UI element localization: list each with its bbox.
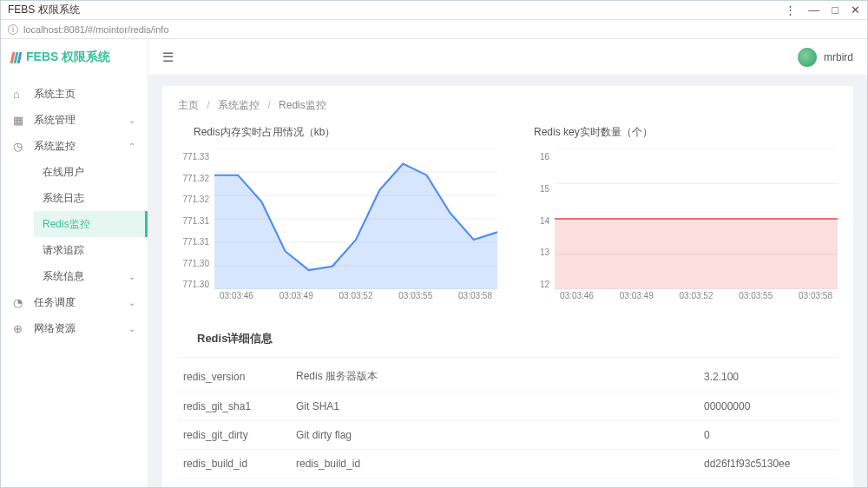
url-text: localhost:8081/#/mointor/redis/info — [23, 24, 169, 35]
submenu-redis-monitor[interactable]: Redis监控 — [34, 211, 148, 237]
table-row: redis_build_id redis_build_id dd26f1f93c… — [178, 450, 838, 478]
detail-value: dd26f1f93c5130ee — [699, 450, 838, 478]
menu-system[interactable]: ▦ 系统管理 ⌄ — [1, 107, 148, 133]
app-shell: FEBS 权限系统 ⌂ 系统主页 ▦ 系统管理 ⌄ ◷ 系统监控 ⌃ — [1, 39, 867, 487]
topbar: ☰ mrbird — [148, 39, 867, 76]
submenu-system-log[interactable]: 系统日志 — [34, 185, 148, 211]
main-area: ☰ mrbird 主页 / 系统监控 / Redis监控 — [148, 39, 867, 487]
window-minimize-icon[interactable]: — — [808, 3, 819, 16]
chart-memory: Redis内存实时占用情况（kb） 771.33771.32771.32771.… — [178, 125, 497, 305]
clock-icon: ◔ — [13, 296, 27, 309]
menu-monitor[interactable]: ◷ 系统监控 ⌃ — [1, 133, 148, 159]
chevron-up-icon: ⌃ — [128, 142, 135, 151]
detail-desc: Git SHA1 — [291, 392, 699, 421]
submenu-system-info[interactable]: 系统信息⌄ — [34, 263, 148, 289]
sidebar: FEBS 权限系统 ⌂ 系统主页 ▦ 系统管理 ⌄ ◷ 系统监控 ⌃ — [1, 39, 148, 487]
menu-network[interactable]: ⊕ 网络资源 ⌄ — [1, 315, 148, 341]
chart-memory-xaxis: 03:03:4603:03:4903:03:5203:03:5503:03:58 — [214, 289, 497, 305]
user-menu[interactable]: mrbird — [798, 48, 853, 67]
logo-mark-icon — [11, 52, 21, 63]
crumb-home[interactable]: 主页 — [178, 99, 199, 111]
chevron-down-icon: ⌄ — [128, 298, 135, 307]
window-title: FEBS 权限系统 — [8, 3, 785, 17]
chart-keys-yaxis: 1615141312 — [518, 148, 555, 305]
submenu-online-users[interactable]: 在线用户 — [34, 159, 148, 185]
detail-value: 0 — [699, 421, 838, 450]
sidebar-toggle-icon[interactable]: ☰ — [162, 49, 174, 65]
detail-key: redis_git_dirty — [178, 421, 291, 450]
menu-dots-icon[interactable]: ⋮ — [785, 3, 796, 16]
username: mrbird — [824, 51, 853, 63]
brand-logo[interactable]: FEBS 权限系统 — [1, 39, 148, 76]
menu-home[interactable]: ⌂ 系统主页 — [1, 81, 148, 107]
submenu-request-trace[interactable]: 请求追踪 — [34, 237, 148, 263]
detail-value: 3.2.100 — [699, 361, 838, 392]
chart-memory-plot: 03:03:4603:03:4903:03:5203:03:5503:03:58 — [214, 148, 497, 305]
detail-key: redis_build_id — [178, 450, 291, 478]
detail-desc: 运行模式，单机（standalone）或者集群（cluster） — [291, 478, 699, 488]
chevron-down-icon: ⌄ — [128, 324, 135, 333]
table-row: redis_git_dirty Git dirty flag 0 — [178, 421, 838, 450]
chart-keys-title: Redis key实时数量（个） — [518, 125, 838, 140]
content-card: 主页 / 系统监控 / Redis监控 Redis内存实时占用情况（kb） 77… — [162, 86, 853, 487]
crumb-redis: Redis监控 — [279, 99, 326, 111]
address-bar[interactable]: i localhost:8081/#/mointor/redis/info — [1, 20, 867, 39]
table-row: redis_version Redis 服务器版本 3.2.100 — [178, 361, 838, 392]
detail-value: 00000000 — [699, 392, 838, 421]
detail-key: redis_git_sha1 — [178, 392, 291, 421]
browser-window: FEBS 权限系统 ⋮ — □ ✕ i localhost:8081/#/moi… — [0, 0, 868, 488]
detail-desc: Redis 服务器版本 — [291, 361, 699, 392]
table-row: redis_git_sha1 Git SHA1 00000000 — [178, 392, 838, 421]
info-icon: i — [8, 24, 18, 35]
charts-row: Redis内存实时占用情况（kb） 771.33771.32771.32771.… — [178, 125, 838, 305]
breadcrumb: 主页 / 系统监控 / Redis监控 — [178, 98, 838, 113]
menu-task[interactable]: ◔ 任务调度 ⌄ — [1, 289, 148, 315]
brand-text: FEBS 权限系统 — [26, 49, 110, 65]
detail-desc: redis_build_id — [291, 450, 699, 478]
table-row: redis_mode 运行模式，单机（standalone）或者集群（clust… — [178, 478, 838, 488]
globe-icon: ⊕ — [13, 322, 27, 335]
nav-menu: ⌂ 系统主页 ▦ 系统管理 ⌄ ◷ 系统监控 ⌃ 在线用户 系统日志 Redis… — [1, 76, 148, 487]
chart-keys-plot: 03:03:4603:03:4903:03:5203:03:5503:03:58 — [555, 148, 838, 305]
grid-icon: ▦ — [13, 114, 27, 127]
detail-key: redis_mode — [178, 478, 291, 488]
chart-memory-yaxis: 771.33771.32771.32771.31771.31771.30771.… — [178, 148, 214, 305]
content-scroll[interactable]: 主页 / 系统监控 / Redis监控 Redis内存实时占用情况（kb） 77… — [148, 76, 867, 487]
detail-value: standalone — [699, 478, 838, 488]
window-close-icon[interactable]: ✕ — [851, 3, 860, 16]
detail-desc: Git dirty flag — [291, 421, 699, 450]
dashboard-icon: ◷ — [13, 140, 27, 153]
chart-memory-title: Redis内存实时占用情况（kb） — [178, 125, 497, 140]
details-heading: Redis详细信息 — [178, 322, 838, 358]
detail-key: redis_version — [178, 361, 291, 392]
window-maximize-icon[interactable]: □ — [832, 3, 838, 16]
details-table: redis_version Redis 服务器版本 3.2.100 redis_… — [178, 361, 838, 487]
chart-keys: Redis key实时数量（个） 1615141312 03:03:4603:0… — [518, 125, 838, 305]
home-icon: ⌂ — [13, 88, 27, 101]
menu-monitor-children: 在线用户 系统日志 Redis监控 请求追踪 系统信息⌄ — [1, 159, 148, 289]
avatar — [798, 48, 817, 67]
chevron-down-icon: ⌄ — [128, 272, 135, 281]
crumb-monitor[interactable]: 系统监控 — [218, 99, 260, 111]
window-titlebar: FEBS 权限系统 ⋮ — □ ✕ — [1, 1, 867, 20]
chart-keys-xaxis: 03:03:4603:03:4903:03:5203:03:5503:03:58 — [555, 289, 838, 305]
chevron-down-icon: ⌄ — [128, 115, 135, 125]
